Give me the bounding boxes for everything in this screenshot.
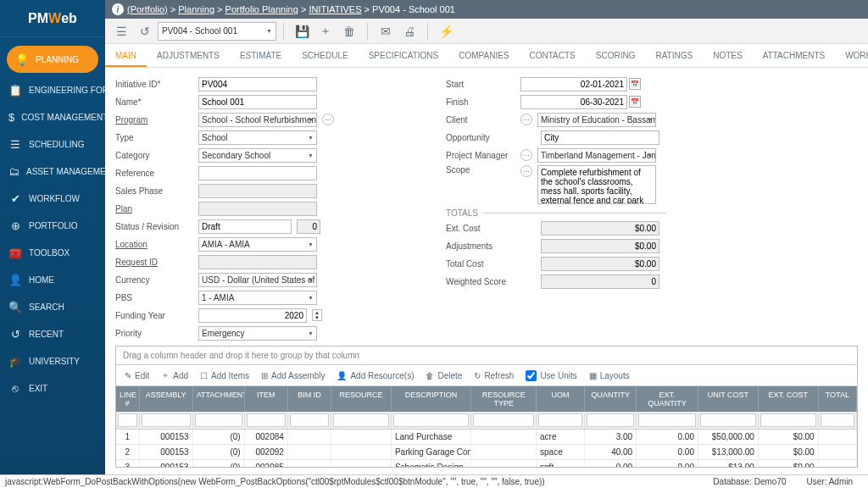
col-header[interactable]: UNIT COST: [698, 386, 759, 412]
tab-notes[interactable]: NOTES: [703, 44, 752, 67]
sidebar-item-portfolio[interactable]: ⊕PORTFOLIO: [0, 212, 105, 239]
tab-scoring[interactable]: SCORING: [586, 44, 646, 67]
filter-input[interactable]: [760, 413, 816, 427]
list-icon[interactable]: ☰: [110, 21, 132, 42]
lbl-program[interactable]: Program: [115, 115, 193, 125]
scope-input[interactable]: Complete refurbishment of the school's c…: [537, 165, 656, 204]
start-input[interactable]: [520, 77, 627, 92]
bolt-icon[interactable]: ⚡: [435, 21, 457, 42]
filter-input[interactable]: [247, 413, 286, 427]
col-header[interactable]: LINE #: [116, 386, 140, 412]
filter-input[interactable]: [393, 413, 469, 427]
grid-delete-button[interactable]: 🗑 Delete: [426, 371, 462, 380]
sidebar-item-university[interactable]: 🎓UNIVERSITY: [0, 347, 105, 374]
col-header[interactable]: ATTACHMENTS: [193, 386, 245, 412]
grid-add-button[interactable]: ＋ Add: [161, 369, 188, 381]
mail-icon[interactable]: ✉: [375, 21, 397, 42]
breadcrumb-link[interactable]: (Portfolio): [127, 4, 168, 14]
col-header[interactable]: EXT. COST: [759, 386, 819, 412]
col-header[interactable]: BIM ID: [288, 386, 331, 412]
tab-main[interactable]: MAIN: [105, 44, 147, 67]
col-header[interactable]: RESOURCE TYPE: [471, 386, 537, 412]
save-icon[interactable]: 💾: [291, 21, 313, 42]
calendar-icon[interactable]: 📅: [629, 78, 641, 90]
tab-companies[interactable]: COMPANIES: [448, 44, 519, 67]
tab-schedule[interactable]: SCHEDULE: [292, 44, 358, 67]
tab-specifications[interactable]: SPECIFICATIONS: [359, 44, 449, 67]
breadcrumb-link[interactable]: Planning: [178, 4, 214, 14]
scope-more-icon[interactable]: ⋯: [520, 165, 532, 177]
table-row[interactable]: 3000153(0)002085Schematic Designsqft0.00…: [116, 460, 857, 467]
filter-input[interactable]: [142, 413, 191, 427]
group-by-bar[interactable]: Drag a column header and drop it here to…: [116, 347, 857, 365]
col-header[interactable]: QUANTITY: [585, 386, 637, 412]
name-input[interactable]: [198, 95, 317, 109]
currency-select[interactable]: USD - Dollar (United States of America): [198, 273, 317, 287]
sidebar-item-planning[interactable]: 💡PLANNING: [7, 46, 98, 73]
sidebar-item-search[interactable]: 🔍SEARCH: [0, 293, 105, 320]
grid-edit-button[interactable]: ✎ Edit: [125, 371, 149, 380]
add-icon[interactable]: ＋: [314, 21, 337, 42]
grid-layouts-button[interactable]: ▦ Layouts: [589, 371, 630, 380]
record-selector[interactable]: PV004 - School 001: [158, 22, 276, 41]
funding-input[interactable]: [198, 308, 307, 323]
tab-estimate[interactable]: ESTIMATE: [230, 44, 292, 67]
sidebar-item-engineering-for-[interactable]: 📋ENGINEERING FOR...: [0, 76, 105, 103]
tab-workflow[interactable]: WORKFLOW: [835, 44, 868, 67]
filter-input[interactable]: [473, 413, 534, 427]
sidebar-item-toolbox[interactable]: 🧰TOOLBOX: [0, 239, 105, 266]
pm-more-icon[interactable]: ⋯: [520, 149, 532, 161]
tab-contacts[interactable]: CONTACTS: [520, 44, 586, 67]
tab-ratings[interactable]: RATINGS: [645, 44, 703, 67]
filter-input[interactable]: [638, 413, 696, 427]
filter-input[interactable]: [538, 413, 582, 427]
grid-addresource-button[interactable]: 👤 Add Resource(s): [337, 371, 414, 380]
category-select[interactable]: Secondary School: [198, 148, 317, 163]
priority-select[interactable]: Emergency: [198, 326, 317, 341]
client-more-icon[interactable]: ⋯: [520, 114, 532, 125]
sidebar-item-workflow[interactable]: ✔WORKFLOW: [0, 185, 105, 212]
sidebar-item-home[interactable]: 👤HOME: [0, 266, 105, 293]
col-header[interactable]: RESOURCE: [331, 386, 392, 412]
history-icon[interactable]: ↺: [134, 21, 156, 42]
filter-input[interactable]: [195, 413, 242, 427]
calendar-icon[interactable]: 📅: [629, 96, 641, 108]
client-select[interactable]: Ministry of Education - Bassam Sam: [537, 113, 656, 127]
initiative-id-input[interactable]: [198, 77, 317, 92]
breadcrumb-link[interactable]: INITIATIVES: [309, 4, 361, 14]
pm-select[interactable]: Timberland Management - Jon Lloyd: [537, 148, 656, 163]
tab-adjustments[interactable]: ADJUSTMENTS: [147, 44, 230, 67]
grid-addassembly-button[interactable]: ⊞ Add Assembly: [261, 371, 325, 380]
sidebar-item-exit[interactable]: ⎋EXIT: [0, 374, 105, 402]
reference-input[interactable]: [198, 166, 317, 180]
filter-input[interactable]: [118, 413, 137, 427]
filter-input[interactable]: [587, 413, 634, 427]
col-header[interactable]: ASSEMBLY: [140, 386, 193, 412]
col-header[interactable]: EXT. QUANTITY: [637, 386, 698, 412]
filter-input[interactable]: [290, 413, 329, 427]
location-select[interactable]: AMIA - AMIA: [198, 237, 317, 252]
col-header[interactable]: ITEM: [245, 386, 288, 412]
grid-additems-button[interactable]: ☐ Add Items: [200, 371, 249, 380]
program-more-icon[interactable]: ⋯: [322, 114, 334, 125]
sidebar-item-cost-management[interactable]: $COST MANAGEMENT: [0, 103, 105, 130]
funding-down-icon[interactable]: ▼: [313, 315, 321, 320]
col-header[interactable]: UOM: [537, 386, 585, 412]
finish-input[interactable]: [520, 95, 627, 109]
delete-icon[interactable]: 🗑: [338, 21, 360, 42]
filter-input[interactable]: [700, 413, 756, 427]
status-input[interactable]: [198, 219, 292, 234]
sidebar-item-asset-manageme-[interactable]: 🗂ASSET MANAGEME...: [0, 158, 105, 185]
table-row[interactable]: 2000153(0)002092Parking Garage Construsp…: [116, 445, 857, 460]
print-icon[interactable]: 🖨: [398, 21, 420, 42]
tab-attachments[interactable]: ATTACHMENTS: [753, 44, 836, 67]
lbl-location[interactable]: Location: [115, 240, 193, 249]
filter-input[interactable]: [821, 413, 854, 427]
grid-refresh-button[interactable]: ↻ Refresh: [474, 371, 514, 380]
filter-input[interactable]: [333, 413, 389, 427]
info-icon[interactable]: i: [112, 3, 124, 15]
table-row[interactable]: 1000153(0)002084Land Purchaseacre3.000.0…: [116, 430, 857, 445]
sidebar-item-recent[interactable]: ↺RECENT: [0, 320, 105, 347]
breadcrumb-link[interactable]: Portfolio Planning: [225, 4, 298, 14]
lbl-request[interactable]: Request ID: [115, 258, 193, 267]
